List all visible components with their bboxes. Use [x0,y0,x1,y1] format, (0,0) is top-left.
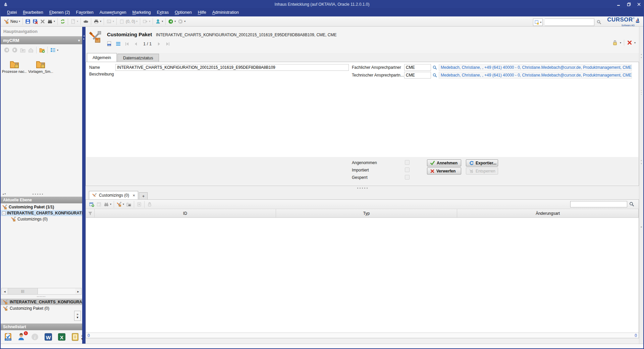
tree-item[interactable]: -INTERAKTIVE_CHARTS_KONFIGURATION_2 [1,210,82,216]
menu-optionen[interactable]: Optionen [172,9,195,16]
list-view-icon[interactable] [115,41,121,47]
column-header-typ[interactable]: Typ [276,209,458,217]
menu-favoriten[interactable]: Favoriten [73,9,97,16]
contacts-shortcut[interactable]: 1 [15,333,28,342]
user-button[interactable]: ▾ [154,18,164,25]
mycrm-header[interactable]: myCRM ▾ [1,36,82,44]
add-row-button[interactable] [88,201,95,208]
importiert-checkbox[interactable] [405,167,410,172]
tree-expander-icon[interactable]: - [2,211,6,215]
sql-icon[interactable]: SQL [106,41,112,47]
find-button[interactable]: ▾ [103,201,112,208]
fachlicher-ansprechpartner-input[interactable] [404,64,431,71]
collapse-right-icon[interactable]: › [639,162,643,165]
column-header-id[interactable]: ID [95,209,276,217]
sidebar-splitter[interactable]: ▴▾ [1,192,82,196]
history-item[interactable]: Customizing Paket (0) [1,305,82,311]
tree-item[interactable]: Customizing Paket (1/1) [1,204,82,210]
print-button[interactable]: ▾ [93,18,102,25]
menu-ebenen-2[interactable]: Ebenen (2) [46,9,73,16]
contact-link[interactable]: Medebach, Christiane, , +49 (641) 40000 … [441,73,632,78]
refresh-button[interactable] [59,18,66,25]
add-tab-button[interactable]: + [139,192,148,199]
history-overflow-button[interactable]: »▾ [74,311,81,321]
lock-record-icon[interactable] [612,40,618,46]
sidebar-main-splitter[interactable]: ◂▸ [82,27,86,344]
column-header-nderungsart[interactable]: Änderungsart [457,209,639,217]
gamepad-button[interactable] [82,18,90,25]
menu-auswertungen[interactable]: Auswertungen [97,9,129,16]
menu-administration[interactable]: Administration [209,9,242,16]
filter-funnel-icon[interactable] [86,209,95,217]
verwerfen-button[interactable]: Verwerfen [427,167,461,174]
grid-body[interactable] [86,218,639,338]
new-button[interactable]: Neu▾ [3,18,21,25]
chevron-down-icon[interactable]: ▾ [620,41,621,44]
lookup-magnifier-icon[interactable] [432,73,437,78]
toolbar-separator [134,201,134,208]
sidebar-horizontal-scrollbar[interactable]: ◂ ||| ▸ [1,288,82,295]
menu-marketing[interactable]: Marketing [129,9,154,16]
scroll-right-icon[interactable]: ▸ [75,288,81,294]
annehmen-button[interactable]: Annehmen [427,159,461,166]
close-record-icon[interactable] [627,40,632,45]
back-button[interactable]: ▾ [167,18,177,25]
entsperren-button: Entsperren [466,167,498,174]
minimize-icon[interactable] [616,2,621,7]
menu-hilfe[interactable]: Hilfe [195,9,209,16]
contact-link[interactable]: Medebach, Christiane, , +49 (641) 40000 … [441,65,632,70]
gesperrt-checkbox[interactable] [405,175,410,180]
customizing-tools-button[interactable]: ▾ [115,201,125,208]
collapse-right-icon[interactable]: › [639,56,643,59]
menu-datei[interactable]: Datei [4,9,20,16]
technischer-ansprechpartner-input[interactable] [404,72,431,79]
menu-extras[interactable]: Extras [154,9,171,16]
collapse-left-icon[interactable]: ◂ [82,34,86,37]
collapse-left-icon[interactable]: ‹ [639,53,643,56]
search-button[interactable]: ▾ [46,18,56,25]
add-folder-button[interactable] [38,46,46,54]
collapse-both-icon[interactable]: « [639,226,643,229]
save-button[interactable] [24,18,32,25]
history-item[interactable]: INTERAKTIVE_CHARTS_KONFIGURA... [1,299,82,305]
close-tab-icon[interactable]: ✕ [132,194,135,197]
angenommen-checkbox[interactable] [405,160,410,165]
nav-back-button[interactable] [3,46,11,54]
scroll-left-icon[interactable]: ◂ [2,288,8,294]
search-scope-combo[interactable]: ▾ [533,18,543,26]
save-delete-button[interactable] [32,18,39,25]
collapse-right-icon[interactable]: ▸ [82,37,86,40]
scroll-grip[interactable]: ||| [8,288,38,294]
nav-forward-button[interactable] [11,46,19,54]
tab-customizings[interactable]: Customizings (0) ✕ [89,191,138,199]
open-records-shortcut[interactable]: OPEN [2,333,14,342]
folder-shortcut[interactable]: Vorlagen_Sm... [28,59,54,73]
grid-search-input[interactable] [570,201,627,207]
exportieren-button[interactable]: Exportier... [466,159,498,166]
chevron-down-icon: ▾ [77,20,78,23]
tab-datensatzstatus[interactable]: Datensatzstatus [117,54,159,62]
word-shortcut[interactable]: W [42,333,54,342]
close-icon[interactable] [637,2,641,7]
folder-shortcut[interactable]: Prozesse nac... [1,59,28,73]
tab-allgemein[interactable]: Allgemein [87,53,117,62]
window-tools-button[interactable] [125,201,132,208]
tree-item[interactable]: Customizings (0) [1,216,82,222]
horizontal-splitter[interactable] [86,187,639,189]
view-list-button[interactable]: ▾ [49,46,59,54]
collapse-left-icon[interactable]: ‹ [639,159,643,162]
delete-button[interactable] [39,18,46,25]
lookup-magnifier-icon[interactable] [432,65,437,70]
restore-icon[interactable] [627,2,631,7]
search-magnifier-icon[interactable] [596,19,602,25]
global-search-input[interactable] [545,18,594,26]
excel-shortcut[interactable]: X [56,333,68,342]
name-input[interactable] [115,64,349,71]
forward-button[interactable]: ▾ [177,18,186,25]
phonebook-shortcut[interactable] [69,333,81,342]
chevron-down-icon[interactable]: ▾ [634,41,636,44]
chevron-down-icon: ▾ [184,20,185,23]
menu-bearbeiten[interactable]: Bearbeiten [20,9,46,16]
grid-search-magnifier-icon[interactable] [629,201,635,207]
toolbar-separator [114,201,114,208]
